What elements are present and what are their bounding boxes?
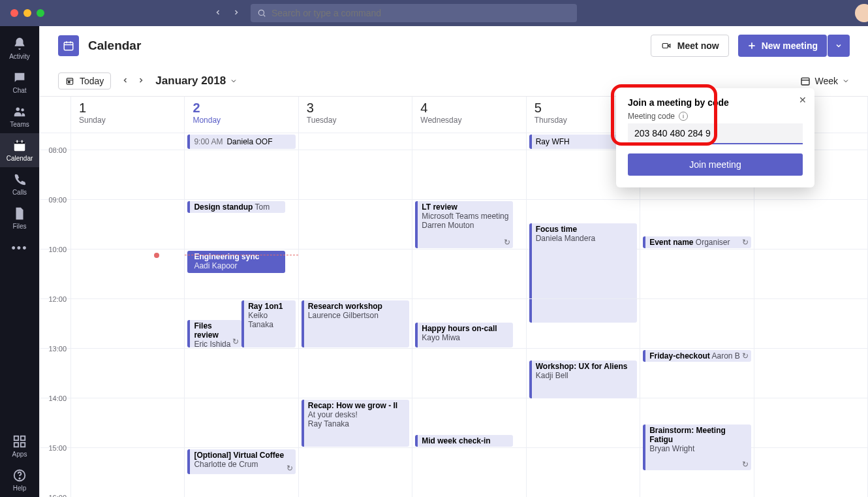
teams-icon xyxy=(12,104,27,119)
event-title: Design standup xyxy=(194,202,253,212)
calendar-event[interactable]: Workshop: UX for AliensKadji Bell xyxy=(529,361,637,398)
profile-avatar[interactable] xyxy=(855,4,868,22)
svg-rect-14 xyxy=(64,42,73,50)
calendar-event[interactable]: Research workshopLaurence Gilbertson xyxy=(302,300,409,347)
recurring-icon: ↻ xyxy=(232,337,239,346)
event-title: Workshop: UX for Aliens xyxy=(536,362,633,371)
event-subtitle: Tom xyxy=(255,202,270,212)
rail-apps[interactable]: Apps xyxy=(0,429,39,463)
hour-label: 15:00 xyxy=(40,444,70,452)
back-button[interactable] xyxy=(214,8,222,18)
calendar-event[interactable]: Event name Organiser name↻ xyxy=(643,236,751,248)
search-icon xyxy=(257,8,266,18)
title-bar xyxy=(0,0,868,26)
event-subtitle: Eric Ishida xyxy=(194,340,238,347)
event-subtitle: At your desks! xyxy=(308,410,405,419)
rail-label: Teams xyxy=(10,121,29,128)
search-input[interactable] xyxy=(271,8,570,18)
event-title: Happy hours on-call xyxy=(422,324,508,333)
event-title: Brainstorm: Meeting Fatigu xyxy=(649,426,747,444)
event-subtitle: Keiko Tanaka xyxy=(248,311,292,329)
rail-calendar[interactable]: Calendar xyxy=(0,133,39,167)
calendar-event[interactable]: Files reviewEric Ishida↻ xyxy=(187,320,241,347)
event-subtitle: Kayo Miwa xyxy=(422,333,508,342)
rail-calls[interactable]: Calls xyxy=(0,167,39,201)
left-rail: Activity Chat Teams Calendar Calls Files… xyxy=(0,26,39,497)
day-column-sunday[interactable]: 1Sunday xyxy=(71,97,185,497)
meeting-code-input[interactable] xyxy=(628,123,803,144)
new-meeting-button[interactable]: New meeting xyxy=(738,35,827,57)
event-subtitle: Laurence Gilbertson xyxy=(308,311,405,320)
allday-event[interactable]: 9:00 AMDaniela OOF xyxy=(187,135,295,149)
calendar-event[interactable]: Mid week check-in Daniela xyxy=(415,435,512,447)
rail-help[interactable]: Help xyxy=(0,463,39,497)
view-switcher[interactable]: Week xyxy=(800,76,850,86)
close-window-icon[interactable] xyxy=(10,9,18,17)
today-label: Today xyxy=(80,76,104,86)
hour-label: 13:00 xyxy=(40,345,70,353)
view-label: Week xyxy=(814,76,838,86)
event-title: Mid week check-in xyxy=(422,436,490,445)
calendar-event[interactable]: Happy hours on-callKayo Miwa xyxy=(415,323,512,347)
time-gutter: 08:00 09:00 10:00 12:00 13:00 14:00 15:0… xyxy=(40,97,71,497)
maximize-window-icon[interactable] xyxy=(37,9,44,17)
calendar-icon xyxy=(800,76,811,86)
rail-files[interactable]: Files xyxy=(0,201,39,235)
day-number: 3 xyxy=(307,101,404,116)
hour-label: 16:00 xyxy=(40,494,70,497)
calendar-event[interactable]: Design standup Tom xyxy=(187,201,285,213)
month-picker[interactable]: January 2018 xyxy=(155,74,238,88)
main-region: Calendar Meet now New meeting Today xyxy=(39,26,868,497)
close-popover-button[interactable]: ✕ xyxy=(799,95,807,105)
event-subtitle: Microsoft Teams meeting xyxy=(422,212,508,221)
meet-now-button[interactable]: Meet now xyxy=(651,35,729,57)
calendar-event[interactable]: Friday-checkout Aaron B↻ xyxy=(643,350,751,362)
calendar-event[interactable]: [Optional] Virtual CoffeeCharlotte de Cr… xyxy=(187,449,295,474)
event-subtitle: Aadi Kapoor xyxy=(194,261,281,270)
svg-rect-8 xyxy=(14,436,18,440)
calendar-event[interactable]: LT reviewMicrosoft Teams meetingDarren M… xyxy=(415,201,512,248)
search-bar[interactable] xyxy=(251,4,577,22)
svg-point-2 xyxy=(16,108,20,112)
svg-rect-10 xyxy=(14,443,18,447)
event-subtitle: Charlotte de Crum xyxy=(194,460,291,469)
day-name: Tuesday xyxy=(307,116,404,125)
current-time-indicator xyxy=(185,255,298,255)
rail-activity[interactable]: Activity xyxy=(0,31,39,65)
history-nav xyxy=(214,8,240,18)
next-period-button[interactable] xyxy=(137,76,145,86)
day-number: 1 xyxy=(79,101,176,116)
new-meeting-dropdown[interactable] xyxy=(828,35,850,57)
event-time: 9:00 AM xyxy=(194,137,223,146)
rail-chat[interactable]: Chat xyxy=(0,65,39,99)
window-controls xyxy=(10,9,44,17)
minimize-window-icon[interactable] xyxy=(23,9,31,17)
calendar-icon xyxy=(12,138,27,153)
svg-rect-18 xyxy=(662,44,668,48)
calendar-badge-icon xyxy=(58,35,79,56)
event-subtitle: Daniela xyxy=(422,445,448,447)
rail-label: Chat xyxy=(12,87,26,94)
calendar-event[interactable]: Recap: How we grow - IIAt your desks!Ray… xyxy=(302,400,409,447)
calendar-event[interactable]: Ray 1on1Keiko Tanaka xyxy=(241,300,296,347)
day-column-tuesday[interactable]: 3Tuesday Research workshopLaurence Gilbe… xyxy=(299,97,412,497)
chat-icon xyxy=(12,71,27,85)
day-column-wednesday[interactable]: 4Wednesday LT reviewMicrosoft Teams meet… xyxy=(412,97,526,497)
join-meeting-button[interactable]: Join meeting xyxy=(628,153,803,176)
prev-period-button[interactable] xyxy=(121,76,129,86)
forward-button[interactable] xyxy=(232,8,240,18)
today-button[interactable]: Today xyxy=(58,72,111,89)
rail-teams[interactable]: Teams xyxy=(0,99,39,133)
day-column-monday[interactable]: 2Monday 9:00 AMDaniela OOF Design standu… xyxy=(185,97,298,497)
plus-icon xyxy=(747,41,756,50)
info-icon[interactable]: i xyxy=(679,112,688,121)
rail-label: Calendar xyxy=(7,155,33,162)
recurring-icon: ↻ xyxy=(742,351,749,361)
day-number: 2 xyxy=(193,101,290,116)
event-title: Engineering sync xyxy=(194,252,281,261)
day-number: 4 xyxy=(420,101,518,116)
help-icon xyxy=(12,468,27,483)
rail-more[interactable]: ••• xyxy=(12,235,28,261)
rail-label: Files xyxy=(12,223,26,230)
svg-point-3 xyxy=(21,108,23,111)
